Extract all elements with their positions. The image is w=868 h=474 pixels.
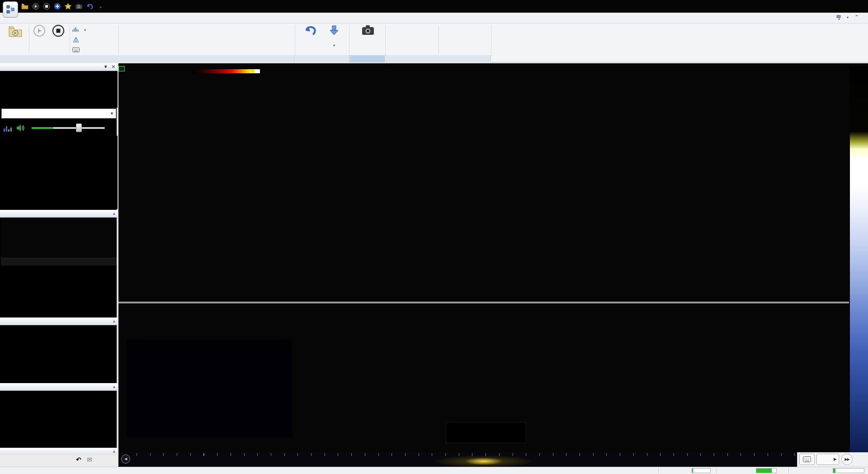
spectrum-region: ◀ ▶ ▶▶ <box>118 63 868 467</box>
start-icon <box>33 24 46 37</box>
audio-device-caret-icon: ▼ <box>110 109 114 118</box>
cursor-tooltip <box>446 422 526 443</box>
group-caption-radio <box>0 55 295 62</box>
open-folder-icon[interactable] <box>21 2 28 10</box>
band-ticks <box>137 453 797 456</box>
rx-marker-flag[interactable] <box>118 66 125 71</box>
level-dot-marker <box>251 69 255 73</box>
style-caret-icon: ▾ <box>847 15 849 19</box>
select-radio-button[interactable] <box>4 24 27 44</box>
zoom-caret-icon: ▶ <box>834 454 837 465</box>
ribbon-group-captions <box>0 55 868 62</box>
quick-access-toolbar: ⌄ <box>21 2 104 10</box>
undo-icon[interactable] <box>86 2 94 10</box>
buffer-size-bar <box>833 468 864 473</box>
bandwidth-icon <box>72 27 80 33</box>
frequency-display[interactable] <box>0 71 118 108</box>
status-bar <box>0 467 868 474</box>
agc-buttons-row: ↶ ✉ <box>0 455 118 467</box>
group-caption-rx-frequency <box>295 55 349 62</box>
cpu-usage-bar <box>692 468 711 473</box>
agc-envelope-icon[interactable]: ✉ <box>87 456 92 463</box>
group-caption-extras <box>349 55 385 62</box>
palette-gradient-bar <box>192 69 260 73</box>
app-logo-icon <box>5 5 15 14</box>
volume-level-fill <box>32 127 53 129</box>
frequency-axis <box>118 303 849 315</box>
rf-spectrum-plot[interactable] <box>118 66 849 302</box>
screenshot-button[interactable] <box>354 24 382 36</box>
screenshot-camera-icon <box>361 24 375 36</box>
volume-slider-handle[interactable] <box>76 123 82 132</box>
group-caption-wideband-dsp <box>386 55 491 62</box>
equalizer-icon[interactable] <box>4 124 12 132</box>
keyboard-icon <box>803 456 811 462</box>
ribbon: ▾ ▾ <box>0 24 868 62</box>
bandwidth-button[interactable]: ▾ <box>72 25 86 34</box>
band-keyboard-button[interactable] <box>799 454 815 465</box>
calibration-icon <box>72 37 80 43</box>
select-radio-icon <box>8 24 23 38</box>
mode-collapse-icon[interactable]: ▴ <box>113 318 115 325</box>
agc-header[interactable]: ▴ <box>0 448 118 455</box>
application-menu-button[interactable] <box>3 1 18 18</box>
waterfall-palette-slider[interactable] <box>850 66 868 452</box>
style-selector[interactable]: ▾ ⌃ <box>836 14 859 20</box>
filter-header[interactable]: ▴ <box>0 383 118 391</box>
band-zoom-button[interactable]: ▶ <box>816 454 839 465</box>
if-collapse-icon[interactable]: ▴ <box>113 210 115 217</box>
favourite-star-icon[interactable] <box>64 2 72 10</box>
frequency-keyboard-icon <box>72 47 80 52</box>
panel-menu-icon[interactable]: ▼ <box>104 63 108 71</box>
speaker-icon[interactable] <box>16 124 25 132</box>
stop-icon <box>52 24 65 37</box>
title-bar: ⌄ <box>0 0 868 13</box>
audio-latency-bar <box>756 468 777 473</box>
panel-close-icon[interactable]: ✕ <box>112 63 115 71</box>
calibration-button[interactable] <box>72 35 82 44</box>
signal-level-reading <box>164 67 165 81</box>
add-icon[interactable] <box>53 2 61 10</box>
stop-button[interactable] <box>50 24 67 37</box>
if-display-header[interactable]: ▴ <box>0 210 118 218</box>
tuned-frequency-glow <box>457 456 511 467</box>
ribbon-collapse-icon[interactable]: ⌃ <box>854 14 859 20</box>
style-icon <box>836 14 842 20</box>
if-waterfall[interactable] <box>1 265 117 316</box>
if-frequency-labels <box>1 258 117 265</box>
audio-device-select[interactable]: ▼ <box>1 109 116 118</box>
receive-panel: ▼✕ ▼ ▴ ▴ <box>0 63 118 467</box>
station-info-box <box>126 339 292 437</box>
receive-panel-header[interactable]: ▼✕ <box>0 63 118 71</box>
band-bar-controls: ▶ ▶▶ <box>797 452 868 467</box>
stop-icon[interactable] <box>42 2 50 10</box>
volume-row <box>0 121 118 135</box>
history-button[interactable]: ▾ <box>323 24 345 48</box>
band-scroll-left-button[interactable]: ◀ <box>121 455 130 464</box>
start-button[interactable] <box>31 24 48 37</box>
filter-collapse-icon[interactable]: ▴ <box>113 383 115 390</box>
agc-undo-icon[interactable]: ↶ <box>76 456 81 463</box>
previous-icon <box>303 24 317 36</box>
main-waterfall[interactable] <box>118 315 849 452</box>
audio-spectrum-graph <box>0 136 118 209</box>
mode-header[interactable]: ▴ <box>0 318 118 325</box>
if-spectrum[interactable] <box>1 218 117 258</box>
qat-customize-caret-icon[interactable]: ⌄ <box>97 2 104 10</box>
agc-collapse-icon[interactable]: ▴ <box>113 448 115 455</box>
play-icon[interactable] <box>32 2 39 10</box>
ribbon-tab-row: ▾ ⌃ <box>0 13 868 24</box>
previous-frequency-button[interactable] <box>298 24 322 36</box>
band-navigation-bar[interactable]: ◀ ▶ ▶▶ <box>118 452 868 467</box>
band-scroll-right-button[interactable]: ▶▶ <box>841 454 853 465</box>
history-icon <box>328 24 340 36</box>
sdr-console-window: ⌄ ▾ ⌃ ▾ <box>0 0 868 474</box>
camera-icon[interactable] <box>75 2 83 10</box>
frequency-button[interactable] <box>72 45 82 54</box>
